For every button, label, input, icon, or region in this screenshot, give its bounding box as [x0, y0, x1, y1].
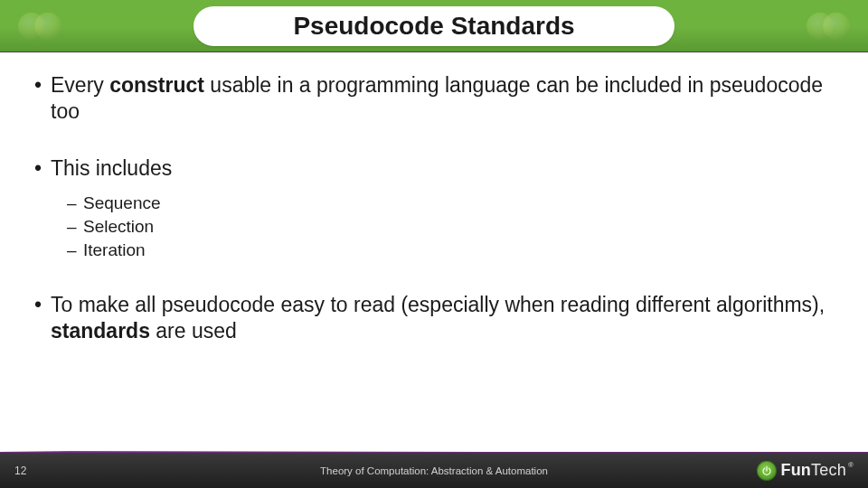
text-run: To make all pseudocode easy to read (esp… — [51, 293, 825, 316]
text-run: are used — [150, 319, 237, 343]
sub-text: Iteration — [83, 239, 146, 262]
page-number: 12 — [14, 465, 26, 477]
bullet-dot: • — [34, 155, 51, 182]
registered-mark: ® — [848, 461, 854, 469]
slide: Pseudocode Standards • Every construct u… — [0, 0, 868, 488]
text-bold: standards — [51, 319, 150, 343]
slide-content: • Every construct usable in a programmin… — [0, 52, 868, 452]
footer-bar: 12 Theory of Computation: Abstraction & … — [0, 452, 868, 488]
text-bold: construct — [109, 73, 204, 97]
header-band: Pseudocode Standards — [0, 0, 868, 52]
bullet-item: • To make all pseudocode easy to read (e… — [34, 292, 834, 344]
sub-item: –Sequence — [67, 192, 834, 215]
sub-item: –Iteration — [67, 239, 834, 262]
text-run: Every — [51, 73, 109, 97]
sub-list: –Sequence –Selection –Iteration — [67, 192, 834, 261]
brand-part-b: Tech — [811, 461, 846, 479]
bullet-text: To make all pseudocode easy to read (esp… — [51, 292, 834, 344]
bullet-dot: • — [34, 292, 51, 318]
power-icon — [757, 461, 777, 481]
sub-item: –Selection — [67, 215, 834, 239]
bullet-item: • This includes –Sequence –Selection –It… — [34, 155, 834, 262]
brand-name: FunTech® — [780, 461, 854, 480]
header-deco-left — [18, 13, 61, 40]
bullet-text: Every construct usable in a programming … — [51, 72, 834, 125]
dash-icon: – — [67, 215, 83, 239]
bullet-text: This includes — [51, 155, 172, 182]
dash-icon: – — [67, 192, 83, 215]
bullet-item: • Every construct usable in a programmin… — [34, 72, 834, 125]
header-deco-right — [807, 13, 850, 40]
sub-text: Selection — [83, 215, 154, 239]
deco-circle — [823, 13, 850, 40]
sub-text: Sequence — [83, 192, 161, 215]
footer-caption: Theory of Computation: Abstraction & Aut… — [320, 465, 548, 476]
dash-icon: – — [67, 239, 83, 262]
deco-circle — [34, 13, 61, 40]
footer-accent — [0, 451, 868, 453]
brand-logo: FunTech® — [757, 461, 854, 481]
title-pill: Pseudocode Standards — [193, 6, 674, 46]
bullet-dot: • — [34, 72, 51, 99]
brand-part-a: Fun — [780, 461, 811, 479]
slide-title: Pseudocode Standards — [293, 12, 574, 41]
